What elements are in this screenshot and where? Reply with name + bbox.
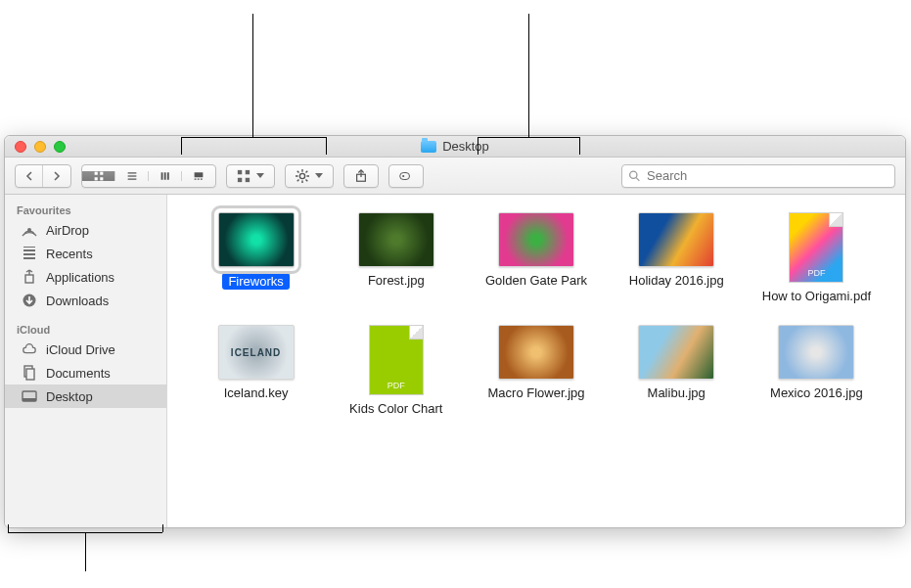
view-mode-segmented xyxy=(81,164,216,188)
file-thumbnail xyxy=(638,212,714,267)
downloads-icon xyxy=(21,292,38,309)
svg-rect-36 xyxy=(23,257,35,259)
file-thumbnail xyxy=(218,212,295,267)
tags-button[interactable] xyxy=(388,164,424,188)
file-name-label: Malibu.jpg xyxy=(648,385,706,400)
file-thumbnail: PDF xyxy=(789,212,843,283)
file-item[interactable]: Macro Flower.jpg xyxy=(471,325,601,416)
sidebar-item-label: Recents xyxy=(46,247,93,261)
svg-rect-2 xyxy=(94,177,97,180)
icon-view-button[interactable] xyxy=(82,171,115,181)
list-view-button[interactable] xyxy=(115,171,149,181)
gallery-view-button[interactable] xyxy=(182,171,215,181)
close-window-button[interactable] xyxy=(15,141,26,153)
svg-line-24 xyxy=(306,179,308,181)
svg-rect-37 xyxy=(23,247,35,248)
finder-window: Desktop xyxy=(4,135,906,528)
sidebar: Favourites AirDrop Recents Applications … xyxy=(5,195,167,527)
pdf-badge: PDF xyxy=(370,381,423,390)
svg-rect-15 xyxy=(246,169,250,173)
file-name-label: Golden Gate Park xyxy=(485,273,587,288)
file-thumbnail xyxy=(498,325,574,380)
desktop-icon xyxy=(21,387,38,405)
file-name-label: Forest.jpg xyxy=(368,273,425,288)
svg-rect-13 xyxy=(201,178,203,179)
share-button[interactable] xyxy=(343,164,379,188)
sidebar-item-downloads[interactable]: Downloads xyxy=(5,289,166,312)
file-item[interactable]: Fireworks xyxy=(191,212,321,303)
zoom-window-button[interactable] xyxy=(54,141,66,153)
chevron-down-icon xyxy=(315,173,323,178)
svg-rect-38 xyxy=(25,275,33,283)
window-title: Desktop xyxy=(5,139,905,154)
svg-line-26 xyxy=(306,170,308,172)
file-item[interactable]: Forest.jpg xyxy=(331,212,461,303)
svg-rect-35 xyxy=(23,253,35,255)
file-item[interactable]: Mexico 2016.jpg xyxy=(752,325,882,416)
folder-icon xyxy=(421,141,436,153)
chevron-down-icon xyxy=(256,173,264,178)
forward-button[interactable] xyxy=(43,165,70,187)
action-gear-button[interactable] xyxy=(285,164,334,188)
group-by-button[interactable] xyxy=(226,164,275,188)
svg-point-18 xyxy=(299,173,304,178)
svg-rect-41 xyxy=(26,369,34,380)
back-button[interactable] xyxy=(16,165,43,187)
file-item[interactable]: ICELANDIceland.key xyxy=(191,325,321,416)
file-browser-main[interactable]: FireworksForest.jpgGolden Gate ParkHolid… xyxy=(167,195,905,527)
svg-point-30 xyxy=(402,174,404,176)
window-controls xyxy=(5,141,66,153)
sidebar-section-header: Favourites xyxy=(5,203,166,218)
window-title-text: Desktop xyxy=(442,139,489,154)
file-item[interactable]: Malibu.jpg xyxy=(612,325,742,416)
search-field[interactable] xyxy=(621,164,895,188)
file-item[interactable]: Holiday 2016.jpg xyxy=(612,212,742,303)
file-name-label: Iceland.key xyxy=(224,385,289,400)
airdrop-icon xyxy=(21,221,38,239)
sidebar-item-icloud-drive[interactable]: iCloud Drive xyxy=(5,338,166,361)
svg-point-31 xyxy=(630,171,637,178)
sidebar-item-documents[interactable]: Documents xyxy=(5,361,166,384)
nav-back-forward xyxy=(15,164,71,188)
svg-rect-9 xyxy=(166,172,168,180)
recents-icon xyxy=(21,245,38,262)
sidebar-item-desktop[interactable]: Desktop xyxy=(5,384,166,408)
sidebar-item-airdrop[interactable]: AirDrop xyxy=(5,218,166,242)
sidebar-item-label: iCloud Drive xyxy=(46,342,115,357)
file-thumbnail xyxy=(498,212,574,267)
file-name-label: Fireworks xyxy=(222,273,289,290)
sidebar-item-label: Documents xyxy=(46,366,111,381)
sidebar-item-label: AirDrop xyxy=(46,223,89,238)
icloud-icon xyxy=(21,340,38,358)
column-view-button[interactable] xyxy=(149,171,182,181)
svg-rect-34 xyxy=(23,249,35,251)
svg-rect-12 xyxy=(198,178,200,179)
svg-line-23 xyxy=(297,170,299,172)
file-item[interactable]: Golden Gate Park xyxy=(471,212,601,303)
applications-icon xyxy=(21,268,38,286)
svg-rect-4 xyxy=(127,172,136,173)
svg-rect-6 xyxy=(127,178,136,179)
file-name-label: Macro Flower.jpg xyxy=(488,385,585,400)
search-icon xyxy=(628,169,641,183)
file-thumbnail xyxy=(778,325,854,380)
minimize-window-button[interactable] xyxy=(34,141,46,153)
sidebar-item-label: Applications xyxy=(46,270,114,285)
file-thumbnail xyxy=(358,212,434,267)
file-name-label: Kids Color Chart xyxy=(349,401,442,416)
toolbar xyxy=(5,158,905,195)
svg-rect-7 xyxy=(160,172,162,180)
file-item[interactable]: PDFKids Color Chart xyxy=(331,325,461,416)
file-name-label: Mexico 2016.jpg xyxy=(770,385,863,400)
svg-rect-0 xyxy=(94,171,97,174)
svg-rect-8 xyxy=(163,172,165,180)
svg-rect-1 xyxy=(100,171,103,174)
file-thumbnail xyxy=(638,325,714,380)
file-thumbnail: PDF xyxy=(369,325,424,395)
file-item[interactable]: PDFHow to Origami.pdf xyxy=(752,212,882,303)
sidebar-item-recents[interactable]: Recents xyxy=(5,242,166,265)
svg-rect-43 xyxy=(23,398,36,401)
svg-rect-11 xyxy=(195,178,197,179)
sidebar-item-applications[interactable]: Applications xyxy=(5,265,166,289)
search-input[interactable] xyxy=(647,168,888,183)
